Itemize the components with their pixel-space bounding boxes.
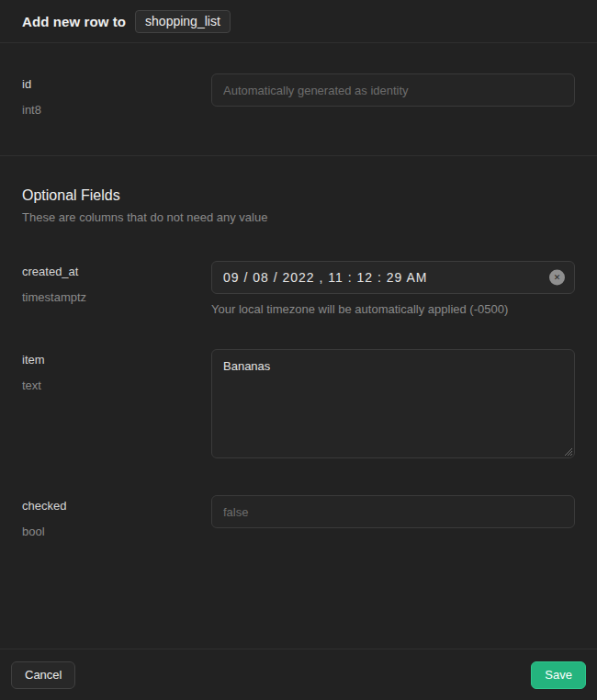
panel-header: Add new row to shopping_list [0,0,597,42]
clear-icon[interactable]: ✕ [549,270,565,286]
field-type-id: int8 [22,103,211,117]
field-row-created-at: created_at timestamptz 09 / 08 / 2022 , … [0,261,597,316]
page-title: Add new row to [22,14,126,29]
field-label-item: item text [22,349,211,458]
datetime-value[interactable]: 09 / 08 / 2022 , 11 : 12 : 29 AM [223,270,427,285]
item-textarea[interactable]: Bananas [211,349,575,458]
field-control-checked [211,495,575,538]
id-input[interactable] [211,73,575,107]
field-control-id [211,73,575,117]
optional-fields-title: Optional Fields [22,187,575,204]
timezone-helper-text: Your local timezone will be automaticall… [211,302,575,316]
field-name-created-at: created_at [22,265,211,278]
field-label-checked: checked bool [22,495,211,538]
field-name-id: id [22,77,211,91]
panel-footer: Cancel Save [0,649,597,700]
field-type-checked: bool [22,525,211,538]
table-name-chip: shopping_list [135,10,231,33]
optional-fields-subtitle: These are columns that do not need any v… [22,210,575,224]
field-type-item: text [22,378,211,392]
field-name-item: item [22,353,211,367]
created-at-datetime-input[interactable]: 09 / 08 / 2022 , 11 : 12 : 29 AM ✕ [211,261,575,294]
field-label-id: id int8 [22,73,211,117]
field-row-id: id int8 [0,43,597,155]
field-name-checked: checked [22,499,211,513]
field-row-item: item text Bananas [0,349,597,458]
cancel-button[interactable]: Cancel [11,661,75,689]
field-control-created-at: 09 / 08 / 2022 , 11 : 12 : 29 AM ✕ Your … [211,261,575,316]
checked-input[interactable] [211,495,575,528]
field-control-item: Bananas [211,349,575,458]
field-type-created-at: timestamptz [22,290,211,304]
content-spacer [0,538,597,649]
optional-fields-section: Optional Fields These are columns that d… [0,156,597,224]
field-label-created-at: created_at timestamptz [22,261,211,316]
save-button[interactable]: Save [531,661,586,689]
field-row-checked: checked bool [0,495,597,538]
